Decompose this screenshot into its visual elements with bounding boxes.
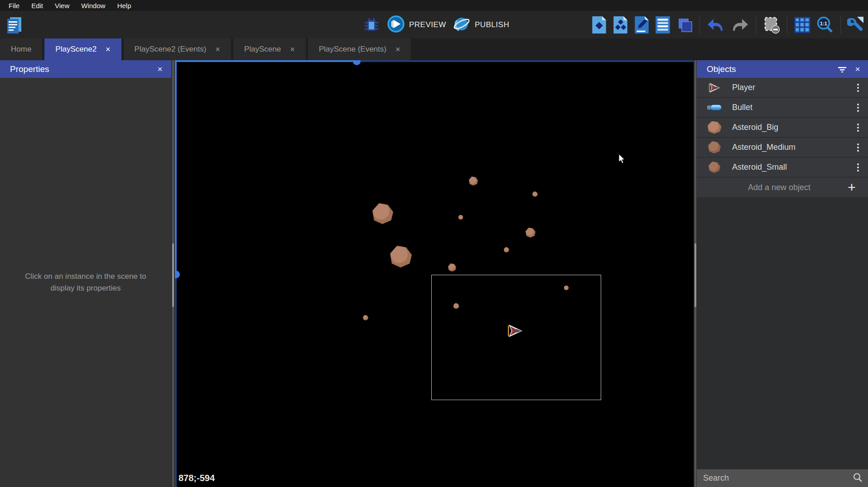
object-row-asteroid-small[interactable]: Asteroid_Small (697, 158, 868, 177)
properties-placeholder-text: Click on an instance in the scene to dis… (20, 271, 151, 295)
close-icon[interactable]: × (106, 45, 111, 53)
bullet-icon (697, 105, 732, 110)
delete-instances-icon[interactable] (762, 15, 781, 34)
close-icon[interactable]: × (152, 62, 168, 77)
asteroid_big-instance[interactable] (372, 203, 393, 224)
tab-playscene2-events[interactable]: PlayScene2 (Events) × (124, 38, 231, 60)
close-icon[interactable]: × (395, 45, 400, 53)
toolbar-separator (787, 15, 787, 34)
asteroid_medium-instance[interactable] (526, 228, 535, 238)
filter-icon[interactable] (834, 62, 850, 77)
scene-properties-icon[interactable] (633, 15, 650, 34)
tab-label: PlayScene2 (Events) (135, 45, 207, 54)
kebab-menu-icon[interactable] (848, 104, 868, 112)
zoom-1-1-icon[interactable]: 1:1 (816, 15, 834, 34)
h-scroll-thumb[interactable] (353, 60, 361, 65)
v-scroll-track-top[interactable] (175, 60, 177, 274)
panel-resize-handle-left[interactable] (171, 60, 175, 487)
preview-play-icon (387, 15, 405, 35)
publish-label: PUBLISH (475, 20, 509, 29)
menu-edit[interactable]: Edit (26, 1, 48, 10)
scene-canvas[interactable]: 878;-594 (175, 60, 694, 487)
grid-icon[interactable] (794, 16, 811, 34)
player-ship-icon (697, 82, 732, 94)
publish-button[interactable]: PUBLISH (453, 15, 509, 35)
menu-file[interactable]: File (4, 1, 24, 10)
cursor-coordinates-label: 878;-594 (178, 473, 215, 483)
tab-label: Home (11, 45, 31, 54)
player-ship-instance[interactable] (506, 323, 524, 340)
kebab-menu-icon[interactable] (848, 163, 868, 172)
objects-search-bar (697, 469, 868, 487)
asteroid_medium-instance[interactable] (448, 263, 456, 272)
objects-title: Objects (707, 64, 834, 74)
layers-icon[interactable] (676, 16, 693, 34)
object-row-asteroid-big[interactable]: Asteroid_Big (697, 118, 868, 138)
gdevelop-window: File Edit View Window Help (0, 0, 868, 487)
add-new-object-button[interactable]: Add a new object + (697, 177, 868, 197)
kebab-menu-icon[interactable] (848, 143, 868, 152)
tab-home[interactable]: Home (0, 38, 42, 60)
h-scroll-track-left[interactable] (175, 60, 357, 62)
redo-icon[interactable] (730, 16, 749, 34)
object-groups-icon[interactable] (612, 15, 628, 34)
editor-tab-bar: Home PlayScene2 × PlayScene2 (Events) × … (0, 38, 868, 60)
scene-toolbar-icons: 1:1 (591, 11, 865, 38)
properties-panel: Properties × Click on an instance in the… (0, 60, 171, 487)
v-scroll-thumb[interactable] (175, 271, 180, 278)
tab-playscene2[interactable]: PlayScene2 × (44, 38, 121, 60)
toolbar-separator (840, 15, 841, 34)
properties-title: Properties (10, 64, 152, 74)
search-input[interactable] (702, 473, 853, 483)
menu-bar: File Edit View Window Help (0, 0, 868, 11)
panel-resize-handle-right[interactable] (694, 60, 697, 487)
properties-body: Click on an instance in the scene to dis… (0, 78, 171, 487)
plus-icon: + (842, 181, 862, 194)
asteroid_small-instance[interactable] (504, 247, 509, 253)
settings-wrench-icon[interactable] (847, 15, 865, 34)
properties-panel-header: Properties × (0, 60, 171, 78)
asteroid-icon (697, 162, 732, 173)
asteroid_small-instance[interactable] (458, 215, 463, 220)
kebab-menu-icon[interactable] (848, 124, 868, 132)
divider-grip (694, 244, 696, 307)
undo-icon[interactable] (706, 16, 725, 34)
mouse-cursor (618, 153, 627, 166)
asteroid_medium-instance[interactable] (469, 177, 478, 186)
object-row-bullet[interactable]: Bullet (697, 98, 868, 118)
tab-playscene[interactable]: PlayScene × (233, 38, 306, 60)
tab-playscene-events[interactable]: PlayScene (Events) × (308, 38, 411, 60)
tab-label: PlayScene2 (55, 45, 96, 54)
close-icon[interactable]: × (215, 45, 220, 53)
asteroid_big-instance[interactable] (390, 246, 412, 267)
menu-window[interactable]: Window (76, 1, 110, 10)
main-toolbar: PREVIEW PUBLISH (0, 11, 868, 38)
add-object-label: Add a new object (697, 183, 842, 192)
instances-list-icon[interactable] (655, 15, 671, 34)
asteroid_small-instance[interactable] (532, 191, 538, 197)
object-row-asteroid-medium[interactable]: Asteroid_Medium (697, 138, 868, 158)
close-icon[interactable]: × (290, 45, 295, 53)
menu-view[interactable]: View (50, 1, 74, 10)
close-icon[interactable]: × (850, 62, 865, 77)
object-label: Asteroid_Small (732, 162, 848, 172)
objects-editor-icon[interactable] (591, 15, 607, 34)
objects-panel: Objects × Player (697, 60, 868, 487)
svg-text:1:1: 1:1 (820, 20, 827, 26)
object-row-player[interactable]: Player (697, 78, 868, 98)
tab-label: PlayScene (244, 45, 281, 54)
asteroid_small-instance[interactable] (363, 315, 368, 320)
publish-icon (453, 15, 471, 35)
project-manager-icon[interactable] (4, 14, 24, 35)
kebab-menu-icon[interactable] (848, 84, 868, 92)
tab-label: PlayScene (Events) (319, 45, 386, 54)
h-scroll-track-right[interactable] (357, 60, 694, 62)
toolbar-separator (756, 15, 756, 34)
v-scroll-track-bottom[interactable] (175, 274, 177, 487)
objects-panel-header: Objects × (697, 60, 868, 78)
menu-help[interactable]: Help (112, 1, 136, 10)
search-icon (853, 473, 863, 484)
preview-button[interactable]: PREVIEW (387, 15, 446, 35)
debug-icon[interactable] (362, 16, 381, 34)
object-label: Asteroid_Big (732, 123, 848, 132)
